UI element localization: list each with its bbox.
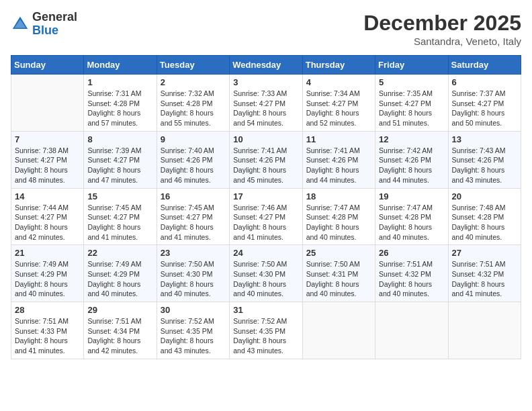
day-detail: Sunrise: 7:51 AMSunset: 4:32 PMDaylight:…	[379, 259, 444, 299]
day-detail: Sunrise: 7:42 AMSunset: 4:26 PMDaylight:…	[379, 146, 444, 185]
calendar-cell: 12Sunrise: 7:42 AMSunset: 4:26 PMDayligh…	[375, 131, 448, 188]
day-detail: Sunrise: 7:43 AMSunset: 4:26 PMDaylight:…	[452, 146, 517, 185]
day-detail: Sunrise: 7:32 AMSunset: 4:28 PMDaylight:…	[161, 89, 226, 128]
calendar-cell	[375, 302, 448, 359]
calendar-week-row: 14Sunrise: 7:44 AMSunset: 4:27 PMDayligh…	[11, 188, 521, 245]
calendar-cell	[11, 75, 84, 132]
logo: General Blue	[11, 11, 77, 38]
calendar-table: SundayMondayTuesdayWednesdayThursdayFrid…	[11, 55, 521, 359]
day-number: 24	[233, 248, 298, 258]
day-detail: Sunrise: 7:48 AMSunset: 4:28 PMDaylight:…	[452, 203, 517, 242]
day-number: 21	[15, 248, 80, 258]
title-block: December 2025 Santandra, Veneto, Italy	[363, 11, 521, 47]
calendar-week-row: 1Sunrise: 7:31 AMSunset: 4:28 PMDaylight…	[11, 75, 521, 132]
day-number: 6	[452, 77, 517, 87]
calendar-week-row: 28Sunrise: 7:51 AMSunset: 4:33 PMDayligh…	[11, 302, 521, 359]
day-detail: Sunrise: 7:50 AMSunset: 4:30 PMDaylight:…	[161, 259, 226, 299]
day-number: 2	[161, 77, 226, 87]
calendar-cell: 6Sunrise: 7:37 AMSunset: 4:27 PMDaylight…	[448, 75, 521, 132]
day-detail: Sunrise: 7:50 AMSunset: 4:30 PMDaylight:…	[233, 259, 298, 299]
calendar-cell: 21Sunrise: 7:49 AMSunset: 4:29 PMDayligh…	[11, 245, 84, 302]
day-number: 12	[379, 134, 444, 144]
day-number: 10	[233, 134, 298, 144]
calendar-cell: 8Sunrise: 7:39 AMSunset: 4:27 PMDaylight…	[84, 131, 157, 188]
day-number: 22	[87, 248, 152, 258]
calendar-cell: 20Sunrise: 7:48 AMSunset: 4:28 PMDayligh…	[448, 188, 521, 245]
day-detail: Sunrise: 7:44 AMSunset: 4:27 PMDaylight:…	[15, 203, 80, 242]
calendar-cell: 28Sunrise: 7:51 AMSunset: 4:33 PMDayligh…	[11, 302, 84, 359]
day-number: 1	[87, 77, 152, 87]
day-detail: Sunrise: 7:50 AMSunset: 4:31 PMDaylight:…	[306, 259, 371, 299]
col-header-tuesday: Tuesday	[157, 56, 229, 75]
calendar-cell: 1Sunrise: 7:31 AMSunset: 4:28 PMDaylight…	[84, 75, 157, 132]
calendar-cell: 7Sunrise: 7:38 AMSunset: 4:27 PMDaylight…	[11, 131, 84, 188]
day-number: 18	[306, 191, 371, 201]
day-number: 23	[161, 248, 226, 258]
logo-general-text: General	[32, 10, 77, 24]
page-header: General Blue December 2025 Santandra, Ve…	[11, 11, 521, 47]
calendar-cell: 2Sunrise: 7:32 AMSunset: 4:28 PMDaylight…	[157, 75, 229, 132]
day-detail: Sunrise: 7:40 AMSunset: 4:26 PMDaylight:…	[161, 146, 226, 185]
calendar-week-row: 21Sunrise: 7:49 AMSunset: 4:29 PMDayligh…	[11, 245, 521, 302]
calendar-cell: 24Sunrise: 7:50 AMSunset: 4:30 PMDayligh…	[230, 245, 302, 302]
day-number: 13	[452, 134, 517, 144]
calendar-cell: 31Sunrise: 7:52 AMSunset: 4:35 PMDayligh…	[230, 302, 302, 359]
day-number: 20	[452, 191, 517, 201]
day-number: 15	[87, 191, 152, 201]
calendar-cell: 26Sunrise: 7:51 AMSunset: 4:32 PMDayligh…	[375, 245, 448, 302]
day-number: 17	[233, 191, 298, 201]
calendar-cell: 13Sunrise: 7:43 AMSunset: 4:26 PMDayligh…	[448, 131, 521, 188]
location-subtitle: Santandra, Veneto, Italy	[363, 36, 521, 47]
calendar-cell: 18Sunrise: 7:47 AMSunset: 4:28 PMDayligh…	[302, 188, 375, 245]
day-detail: Sunrise: 7:51 AMSunset: 4:34 PMDaylight:…	[87, 316, 152, 356]
calendar-cell: 29Sunrise: 7:51 AMSunset: 4:34 PMDayligh…	[84, 302, 157, 359]
day-detail: Sunrise: 7:33 AMSunset: 4:27 PMDaylight:…	[233, 89, 298, 128]
day-detail: Sunrise: 7:52 AMSunset: 4:35 PMDaylight:…	[233, 316, 298, 356]
day-detail: Sunrise: 7:38 AMSunset: 4:27 PMDaylight:…	[15, 146, 80, 185]
day-number: 27	[452, 248, 517, 258]
day-number: 26	[379, 248, 444, 258]
day-number: 30	[161, 305, 226, 315]
calendar-cell: 3Sunrise: 7:33 AMSunset: 4:27 PMDaylight…	[230, 75, 302, 132]
col-header-sunday: Sunday	[11, 56, 84, 75]
calendar-header-row: SundayMondayTuesdayWednesdayThursdayFrid…	[11, 56, 521, 75]
day-detail: Sunrise: 7:47 AMSunset: 4:28 PMDaylight:…	[306, 203, 371, 242]
calendar-cell	[448, 302, 521, 359]
calendar-cell: 5Sunrise: 7:35 AMSunset: 4:27 PMDaylight…	[375, 75, 448, 132]
logo-icon	[11, 15, 30, 34]
calendar-cell: 27Sunrise: 7:51 AMSunset: 4:32 PMDayligh…	[448, 245, 521, 302]
calendar-cell: 30Sunrise: 7:52 AMSunset: 4:35 PMDayligh…	[157, 302, 229, 359]
day-number: 11	[306, 134, 371, 144]
col-header-monday: Monday	[84, 56, 157, 75]
day-detail: Sunrise: 7:52 AMSunset: 4:35 PMDaylight:…	[161, 316, 226, 356]
day-number: 31	[233, 305, 298, 315]
day-detail: Sunrise: 7:51 AMSunset: 4:32 PMDaylight:…	[452, 259, 517, 299]
col-header-friday: Friday	[375, 56, 448, 75]
day-detail: Sunrise: 7:45 AMSunset: 4:27 PMDaylight:…	[87, 203, 152, 242]
day-detail: Sunrise: 7:34 AMSunset: 4:27 PMDaylight:…	[306, 89, 371, 128]
day-number: 29	[87, 305, 152, 315]
day-detail: Sunrise: 7:35 AMSunset: 4:27 PMDaylight:…	[379, 89, 444, 128]
day-number: 28	[15, 305, 80, 315]
day-detail: Sunrise: 7:37 AMSunset: 4:27 PMDaylight:…	[452, 89, 517, 128]
day-detail: Sunrise: 7:47 AMSunset: 4:28 PMDaylight:…	[379, 203, 444, 242]
calendar-cell: 16Sunrise: 7:45 AMSunset: 4:27 PMDayligh…	[157, 188, 229, 245]
calendar-cell: 11Sunrise: 7:41 AMSunset: 4:26 PMDayligh…	[302, 131, 375, 188]
calendar-cell: 25Sunrise: 7:50 AMSunset: 4:31 PMDayligh…	[302, 245, 375, 302]
calendar-cell: 15Sunrise: 7:45 AMSunset: 4:27 PMDayligh…	[84, 188, 157, 245]
day-detail: Sunrise: 7:41 AMSunset: 4:26 PMDaylight:…	[233, 146, 298, 185]
calendar-week-row: 7Sunrise: 7:38 AMSunset: 4:27 PMDaylight…	[11, 131, 521, 188]
col-header-saturday: Saturday	[448, 56, 521, 75]
day-number: 4	[306, 77, 371, 87]
day-detail: Sunrise: 7:39 AMSunset: 4:27 PMDaylight:…	[87, 146, 152, 185]
day-number: 8	[87, 134, 152, 144]
calendar-cell: 17Sunrise: 7:46 AMSunset: 4:27 PMDayligh…	[230, 188, 302, 245]
day-number: 5	[379, 77, 444, 87]
calendar-cell: 14Sunrise: 7:44 AMSunset: 4:27 PMDayligh…	[11, 188, 84, 245]
calendar-cell	[302, 302, 375, 359]
col-header-thursday: Thursday	[302, 56, 375, 75]
day-number: 9	[161, 134, 226, 144]
month-title: December 2025	[363, 11, 521, 36]
calendar-cell: 19Sunrise: 7:47 AMSunset: 4:28 PMDayligh…	[375, 188, 448, 245]
day-detail: Sunrise: 7:31 AMSunset: 4:28 PMDaylight:…	[87, 89, 152, 128]
